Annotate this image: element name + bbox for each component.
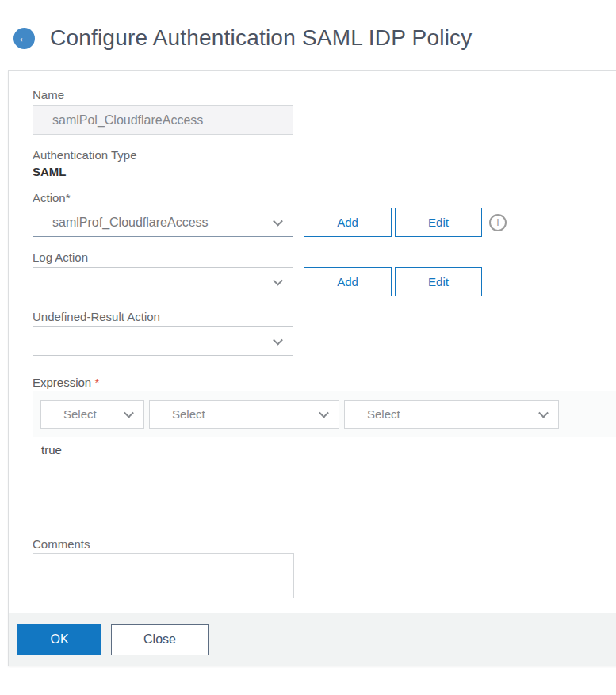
log-action-select[interactable] bbox=[33, 267, 293, 296]
expression-operator-select-2[interactable]: Select bbox=[149, 400, 339, 429]
chevron-down-icon bbox=[273, 275, 283, 285]
expression-operator-select-1-value: Select bbox=[63, 407, 97, 421]
undefined-result-action-select[interactable] bbox=[33, 326, 293, 356]
action-edit-button[interactable]: Edit bbox=[395, 208, 482, 237]
chevron-down-icon bbox=[319, 407, 329, 418]
action-select-value: samlProf_CloudflareAccess bbox=[52, 216, 209, 230]
log-action-label: Log Action bbox=[33, 250, 616, 265]
expression-label: Expression * bbox=[33, 375, 616, 390]
expression-operator-select-3[interactable]: Select bbox=[344, 400, 559, 429]
action-row: samlProf_CloudflareAccess Add Edit i bbox=[33, 208, 616, 237]
chevron-down-icon bbox=[124, 407, 134, 418]
expression-toolbar: Select Select Select bbox=[33, 391, 616, 437]
action-add-button[interactable]: Add bbox=[304, 208, 392, 237]
close-button[interactable]: Close bbox=[111, 624, 209, 655]
undefined-result-action-label: Undefined-Result Action bbox=[33, 309, 616, 324]
configure-saml-idp-policy-page: ← Configure Authentication SAML IDP Poli… bbox=[0, 0, 616, 695]
chevron-down-icon bbox=[273, 334, 283, 345]
action-select[interactable]: samlProf_CloudflareAccess bbox=[33, 208, 293, 237]
authentication-type-value: SAML bbox=[33, 165, 616, 179]
comments-textarea[interactable] bbox=[33, 553, 294, 598]
form-panel: Name Authentication Type SAML Action* sa… bbox=[8, 70, 616, 666]
log-action-add-button[interactable]: Add bbox=[304, 267, 392, 296]
form-content: Name Authentication Type SAML Action* sa… bbox=[9, 87, 616, 598]
expression-label-text: Expression bbox=[33, 376, 91, 389]
authentication-type-label: Authentication Type bbox=[33, 147, 616, 162]
log-action-edit-button[interactable]: Edit bbox=[395, 267, 482, 296]
page-title: Configure Authentication SAML IDP Policy bbox=[50, 25, 473, 51]
back-button[interactable]: ← bbox=[13, 28, 35, 49]
expression-editor[interactable]: true bbox=[33, 437, 616, 495]
header: ← Configure Authentication SAML IDP Poli… bbox=[13, 25, 473, 51]
undefined-result-action-row bbox=[33, 326, 616, 356]
expression-builder: Select Select Select true bbox=[33, 391, 616, 495]
ok-button[interactable]: OK bbox=[17, 624, 101, 655]
chevron-down-icon bbox=[273, 216, 283, 226]
info-icon[interactable]: i bbox=[489, 214, 507, 231]
expression-operator-select-2-value: Select bbox=[172, 407, 205, 421]
expression-operator-select-3-value: Select bbox=[367, 407, 400, 421]
action-label: Action* bbox=[33, 190, 616, 205]
chevron-down-icon bbox=[538, 407, 549, 418]
name-input[interactable] bbox=[33, 105, 293, 135]
name-label: Name bbox=[33, 87, 616, 102]
comments-label: Comments bbox=[33, 537, 616, 552]
footer-action-bar: OK Close bbox=[9, 613, 616, 666]
arrow-left-icon: ← bbox=[17, 31, 31, 44]
log-action-row: Add Edit bbox=[33, 267, 616, 296]
required-asterisk: * bbox=[94, 376, 99, 389]
expression-operator-select-1[interactable]: Select bbox=[40, 400, 144, 429]
